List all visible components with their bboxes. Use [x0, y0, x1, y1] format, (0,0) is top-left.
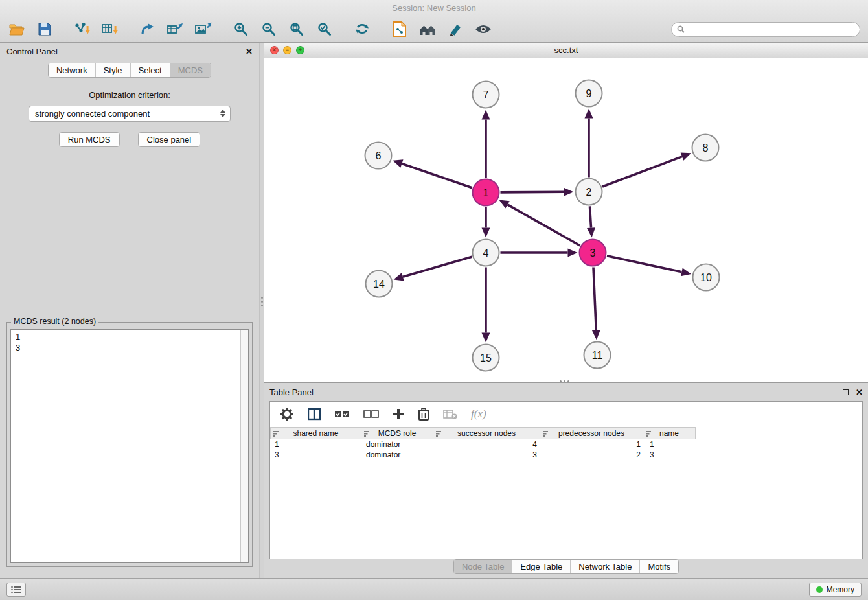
- show-columns-icon[interactable]: [308, 408, 321, 421]
- zoom-traffic-light-icon[interactable]: +: [296, 46, 304, 54]
- close-panel-icon[interactable]: ✕: [246, 47, 253, 56]
- graph-edge-4-3[interactable]: [501, 249, 578, 257]
- graph-node-2[interactable]: 2: [576, 179, 602, 205]
- save-session-icon[interactable]: [33, 19, 56, 40]
- graph-node-1[interactable]: 1: [473, 179, 499, 206]
- delete-column-trash-icon[interactable]: [418, 408, 429, 421]
- zoom-selected-icon[interactable]: [313, 19, 336, 40]
- sort-icon: [273, 431, 279, 437]
- panel-splitter[interactable]: [259, 43, 264, 578]
- graph-node-4[interactable]: 4: [473, 240, 499, 266]
- table-tab-edge-table[interactable]: Edge Table: [512, 560, 570, 573]
- graph-node-9[interactable]: 9: [576, 80, 602, 107]
- close-traffic-light-icon[interactable]: ✕: [270, 46, 279, 54]
- export-network-icon[interactable]: [136, 19, 159, 40]
- column-header-MCDS-role[interactable]: MCDS role: [361, 427, 433, 439]
- export-table-icon[interactable]: [164, 19, 187, 40]
- column-header-name[interactable]: name: [643, 427, 696, 439]
- column-header-shared-name[interactable]: shared name: [270, 427, 361, 439]
- graph-edge-3-11[interactable]: [592, 267, 600, 340]
- table-panel-title: Table Panel: [269, 387, 314, 397]
- network-graph-svg[interactable]: 7968124314101511: [264, 58, 867, 383]
- minimize-traffic-light-icon[interactable]: −: [283, 46, 291, 54]
- add-column-icon[interactable]: [393, 408, 404, 420]
- clone-network-icon[interactable]: [388, 19, 411, 40]
- table-row[interactable]: 3dominator323: [270, 450, 862, 460]
- table-row[interactable]: 1dominator411: [270, 439, 862, 450]
- graph-edge-4-15[interactable]: [482, 268, 490, 343]
- table-tab-network-table[interactable]: Network Table: [570, 560, 639, 573]
- graph-edge-2-8[interactable]: [602, 153, 691, 187]
- graph-node-3[interactable]: 3: [580, 240, 606, 266]
- graph-edge-2-3[interactable]: [587, 206, 595, 237]
- optimization-criterion-select[interactable]: strongly connected component: [29, 106, 231, 122]
- delete-table-icon: [443, 409, 457, 419]
- table-settings-gear-icon[interactable]: [280, 407, 294, 421]
- sort-icon: [436, 431, 442, 437]
- zoom-fit-icon[interactable]: [285, 19, 308, 40]
- search-input[interactable]: [689, 24, 854, 34]
- graph-node-15[interactable]: 15: [473, 345, 499, 371]
- deselect-all-columns-icon[interactable]: [363, 410, 379, 419]
- style-pen-icon[interactable]: [444, 19, 467, 40]
- refresh-icon[interactable]: [350, 19, 374, 40]
- svg-text:3: 3: [590, 248, 596, 259]
- table-tab-motifs[interactable]: Motifs: [639, 560, 678, 573]
- function-builder-icon: f(x): [471, 408, 486, 421]
- select-all-columns-icon[interactable]: [334, 410, 350, 419]
- close-table-panel-icon[interactable]: ✕: [856, 388, 863, 397]
- network-canvas[interactable]: 7968124314101511: [264, 58, 868, 382]
- task-history-icon[interactable]: [6, 583, 26, 597]
- control-panel-title: Control Panel: [6, 47, 58, 56]
- result-scrollbar[interactable]: [240, 330, 248, 562]
- open-session-icon[interactable]: [5, 19, 29, 40]
- graph-edge-3-1[interactable]: [499, 200, 580, 246]
- search-field[interactable]: [671, 22, 860, 37]
- float-table-panel-icon[interactable]: [843, 389, 849, 395]
- table-tab-node-table[interactable]: Node Table: [454, 560, 512, 573]
- sort-icon: [646, 431, 652, 437]
- graph-node-14[interactable]: 14: [366, 271, 393, 297]
- show-hide-details-eye-icon[interactable]: [472, 19, 495, 40]
- graph-edge-1-2[interactable]: [500, 188, 573, 196]
- graph-edge-1-4[interactable]: [482, 207, 490, 238]
- tab-style[interactable]: Style: [95, 63, 130, 77]
- close-panel-button[interactable]: Close panel: [138, 132, 201, 147]
- float-panel-icon[interactable]: [233, 49, 238, 54]
- run-mcds-button[interactable]: Run MCDS: [59, 132, 120, 147]
- graph-edge-1-6[interactable]: [393, 159, 472, 187]
- memory-status-dot: [816, 586, 823, 593]
- graph-edge-3-10[interactable]: [607, 256, 691, 276]
- graph-edge-2-9[interactable]: [585, 109, 593, 178]
- column-header-successor-nodes[interactable]: successor nodes: [433, 427, 540, 439]
- graph-node-8[interactable]: 8: [692, 135, 719, 161]
- svg-text:8: 8: [703, 143, 709, 154]
- sort-icon: [364, 431, 370, 437]
- sort-icon: [543, 431, 549, 437]
- graph-node-10[interactable]: 10: [693, 264, 720, 291]
- mcds-result-title: MCDS result (2 nodes): [11, 317, 98, 326]
- window-title: Session: New Session: [0, 0, 868, 16]
- zoom-out-icon[interactable]: [257, 19, 280, 40]
- graph-node-7[interactable]: 7: [473, 82, 499, 108]
- import-network-icon[interactable]: [71, 19, 94, 40]
- memory-button[interactable]: Memory: [809, 583, 862, 597]
- optimization-criterion-label: Optimization criterion:: [0, 90, 259, 100]
- graph-node-6[interactable]: 6: [365, 143, 392, 169]
- vertical-resize-handle[interactable]: [560, 380, 569, 382]
- table-cell: 1: [645, 440, 698, 449]
- tab-mcds[interactable]: MCDS: [170, 63, 211, 77]
- column-header-predecessor-nodes[interactable]: predecessor nodes: [540, 427, 643, 439]
- tab-network[interactable]: Network: [49, 63, 95, 77]
- graph-edge-4-14[interactable]: [394, 257, 472, 281]
- tab-select[interactable]: Select: [130, 63, 170, 77]
- zoom-in-icon[interactable]: [229, 19, 253, 40]
- first-neighbors-icon[interactable]: [416, 19, 439, 40]
- import-table-icon[interactable]: [98, 19, 122, 40]
- optimization-criterion-value: strongly connected component: [35, 109, 150, 119]
- export-image-icon[interactable]: [192, 19, 215, 40]
- mcds-result-list[interactable]: 1 3: [10, 329, 249, 563]
- graph-edge-1-7[interactable]: [482, 110, 490, 178]
- graph-node-11[interactable]: 11: [584, 342, 611, 369]
- control-panel-tabs: NetworkStyleSelectMCDS: [48, 63, 211, 78]
